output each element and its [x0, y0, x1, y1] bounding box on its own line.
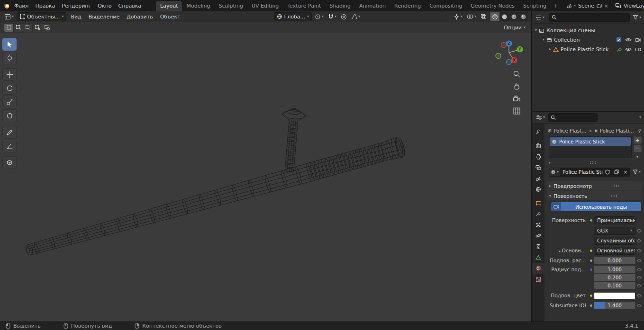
- select-mode-intersect-button[interactable]: [42, 24, 51, 32]
- tab-tool[interactable]: [532, 126, 544, 137]
- shading-material-button[interactable]: [509, 12, 518, 21]
- material-specials-button[interactable]: ▾: [632, 169, 642, 174]
- tab-particles[interactable]: [532, 219, 544, 230]
- decorator-icon[interactable]: [637, 294, 641, 297]
- pin-icon[interactable]: [638, 128, 641, 134]
- tab-object[interactable]: [532, 197, 544, 208]
- base-color-button[interactable]: Основной цвет: [594, 247, 635, 255]
- outliner-row-scene-collection[interactable]: ▾ Коллекция сцены: [533, 26, 643, 35]
- subsurface-color-swatch[interactable]: [594, 292, 635, 299]
- radius-z-field[interactable]: 0.100: [594, 282, 635, 289]
- tab-object-data[interactable]: [532, 252, 544, 263]
- decorator-icon[interactable]: [637, 239, 641, 242]
- menu-window[interactable]: Окно: [94, 1, 115, 10]
- new-scene-icon[interactable]: [597, 3, 602, 9]
- workspace-tab-geometry-nodes[interactable]: Geometry Nodes: [466, 1, 519, 11]
- zoom-icon[interactable]: [513, 70, 521, 78]
- material-slot-row[interactable]: Police Plastic Stick: [550, 137, 631, 146]
- material-slot-list[interactable]: Police Plastic Stick: [549, 136, 632, 158]
- menu-view[interactable]: Вид: [68, 13, 84, 21]
- tab-scene[interactable]: [532, 173, 544, 184]
- unlink-scene-button[interactable]: ×: [603, 3, 609, 9]
- outliner-search-input[interactable]: [559, 14, 627, 20]
- navigation-gizmo[interactable]: Z Y X: [495, 39, 523, 66]
- chevron-right-icon[interactable]: ▸: [559, 249, 561, 253]
- expand-icon[interactable]: ▾: [543, 38, 544, 42]
- pivot-point-button[interactable]: ▾: [313, 13, 325, 21]
- expand-icon[interactable]: ▸: [549, 47, 551, 51]
- tab-render[interactable]: [532, 140, 544, 151]
- tab-output[interactable]: [532, 151, 544, 162]
- menu-help[interactable]: Справка: [115, 1, 145, 10]
- new-material-button[interactable]: [612, 168, 621, 176]
- tab-texture[interactable]: [532, 274, 544, 285]
- material-name-field[interactable]: Police Plastic Stick: [560, 168, 603, 176]
- transform-orientation-dropdown[interactable]: Глоба... ▾: [274, 12, 312, 21]
- tab-world[interactable]: [532, 184, 544, 195]
- subsurface-value-field[interactable]: 0.000: [594, 257, 635, 264]
- workspace-tab-texture-paint[interactable]: Texture Paint: [283, 1, 325, 11]
- scene-selector[interactable]: ▾ Scene ×: [566, 3, 609, 9]
- workspace-tab-layout[interactable]: Layout: [156, 1, 182, 11]
- options-dropdown[interactable]: Опции ▾: [502, 24, 527, 32]
- scale-tool[interactable]: [2, 96, 17, 108]
- use-nodes-button[interactable]: Использовать ноды: [551, 202, 641, 211]
- expand-icon[interactable]: ▾: [535, 28, 537, 32]
- breadcrumb-object[interactable]: Police Plast...: [553, 128, 586, 134]
- menu-add[interactable]: Добавить: [124, 13, 155, 21]
- snap-button[interactable]: ▾: [327, 13, 338, 21]
- measure-tool[interactable]: [2, 140, 17, 152]
- tab-modifiers[interactable]: [532, 208, 544, 219]
- workspace-tab-animation[interactable]: Animation: [355, 1, 390, 11]
- shading-rendered-button[interactable]: [518, 12, 528, 21]
- breadcrumb-material[interactable]: Police Plasti...: [600, 128, 634, 134]
- baton-object[interactable]: [0, 33, 531, 321]
- distribution-dropdown[interactable]: GGX ▾: [594, 227, 635, 235]
- unlink-material-button[interactable]: ×: [621, 168, 630, 176]
- view-layer-selector[interactable]: ViewLayer ×: [615, 3, 644, 9]
- radius-x-field[interactable]: 1.000: [594, 266, 635, 273]
- menu-render[interactable]: Рендеринг: [58, 1, 94, 10]
- select-mode-extend-button[interactable]: [14, 24, 23, 32]
- workspace-tab-modeling[interactable]: Modeling: [182, 1, 214, 11]
- workspace-tab-scripting[interactable]: Scripting: [519, 1, 551, 11]
- workspace-tab-rendering[interactable]: Rendering: [390, 1, 425, 11]
- camera-visibility-icon[interactable]: [635, 47, 641, 52]
- show-overlays-button[interactable]: ▾: [465, 13, 478, 20]
- chevron-right-icon[interactable]: ▸: [549, 161, 551, 165]
- fake-user-button[interactable]: [603, 168, 612, 176]
- decorator-icon[interactable]: [637, 229, 641, 232]
- panel-drag-icon[interactable]: [611, 195, 618, 197]
- grid-toggle-icon[interactable]: [513, 107, 521, 115]
- decorator-icon[interactable]: [637, 268, 641, 271]
- properties-editor-type-button[interactable]: ▾: [535, 114, 546, 121]
- outliner-row-object[interactable]: ▸ Police Plastic Stick: [533, 45, 643, 54]
- subsurface-method-dropdown[interactable]: Случайный обход ▾: [594, 237, 635, 245]
- properties-options-icon[interactable]: ▾: [639, 116, 641, 119]
- radius-y-field[interactable]: 0.200: [594, 274, 635, 281]
- mode-dropdown[interactable]: Объектны... ▾: [17, 12, 66, 21]
- camera-visibility-icon[interactable]: [635, 37, 641, 42]
- decorator-icon[interactable]: [637, 276, 641, 279]
- ior-slider[interactable]: 1.400: [594, 302, 635, 309]
- remove-slot-button[interactable]: −: [634, 145, 642, 152]
- shading-solid-button[interactable]: [499, 12, 509, 21]
- xray-toggle-button[interactable]: [479, 13, 488, 20]
- menu-object[interactable]: Объект: [157, 13, 183, 21]
- add-cube-tool[interactable]: [2, 156, 17, 169]
- tab-physics[interactable]: [532, 230, 544, 241]
- decorator-icon[interactable]: [637, 249, 641, 252]
- move-tool[interactable]: [2, 68, 17, 81]
- menu-file[interactable]: Файл: [11, 1, 32, 10]
- decorator-icon[interactable]: [637, 259, 641, 262]
- tab-constraints[interactable]: [532, 241, 544, 252]
- eye-icon[interactable]: [625, 37, 632, 42]
- workspace-tab-sculpting[interactable]: Sculpting: [215, 1, 247, 11]
- properties-search-input[interactable]: [558, 115, 595, 121]
- proportional-falloff-button[interactable]: ▾: [350, 13, 362, 20]
- tab-material[interactable]: [532, 263, 544, 274]
- panel-drag-icon[interactable]: [613, 185, 621, 187]
- blender-logo-icon[interactable]: [2, 1, 10, 10]
- browse-material-button[interactable]: ▾: [549, 168, 560, 176]
- outliner-filter-button[interactable]: ▾: [632, 14, 642, 20]
